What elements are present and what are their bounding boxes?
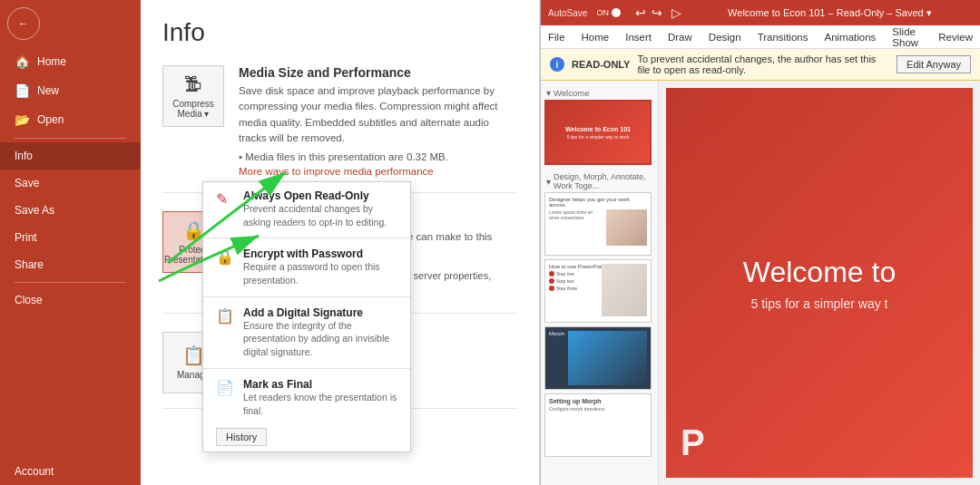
page-title: Info <box>162 18 517 47</box>
sidebar-item-share[interactable]: Share <box>0 251 141 278</box>
sidebar-item-new[interactable]: 📄 New <box>0 76 141 105</box>
sidebar-divider <box>15 138 126 139</box>
slide-3-container: 3 How to use PowerPoint Designer Step on… <box>544 259 654 323</box>
readonly-badge: READ-ONLY <box>572 59 630 70</box>
toggle-on-label: ON <box>596 8 609 17</box>
info-panel: ← 🏠 Home 📄 New 📂 Open Info Save Save As … <box>0 0 540 485</box>
ribbon-home[interactable]: Home <box>582 30 610 44</box>
back-button[interactable]: ← <box>7 7 40 40</box>
sidebar-item-info[interactable]: Info <box>0 142 141 170</box>
dropdown-divider-3 <box>203 368 410 369</box>
main-slide: Welcome to 5 tips for a simpler way t P <box>666 88 973 478</box>
sidebar-item-open[interactable]: 📂 Open <box>0 105 141 134</box>
media-card: 🗜 CompressMedia ▾ Media Size and Perform… <box>162 65 517 193</box>
main-slide-subtitle: 5 tips for a simpler way t <box>751 296 888 311</box>
compress-icon: 🗜 <box>184 74 202 95</box>
slide-1-content: Welcome to Econ 101 5 tips for a simpler… <box>546 102 650 163</box>
section-design: ▾ Design, Morph, Annotate, Work Toge... <box>544 169 654 192</box>
readonly-text: Always Open Read-Only Prevent accidental… <box>243 189 397 228</box>
ribbon-file[interactable]: File <box>548 30 565 44</box>
always-open-readonly-item[interactable]: ✎ Always Open Read-Only Prevent accident… <box>203 182 410 236</box>
slide-1-inner: Welcome to Econ 101 5 tips for a simpler… <box>546 102 650 163</box>
ribbon-transitions[interactable]: Transitions <box>758 30 808 44</box>
main-slide-title: Welcome to <box>743 256 896 289</box>
sidebar: ← 🏠 Home 📄 New 📂 Open Info Save Save As … <box>0 0 141 485</box>
signature-icon: 📋 <box>216 307 234 325</box>
sidebar-item-account[interactable]: Account <box>0 458 141 485</box>
media-card-text: Media Size and Performance Save disk spa… <box>239 65 517 178</box>
ribbon-slideshow[interactable]: Slide Show <box>892 24 922 50</box>
compress-media-button[interactable]: 🗜 CompressMedia ▾ <box>162 65 224 127</box>
slide-3-inner: How to use PowerPoint Designer Step one … <box>545 260 651 322</box>
edit-anyway-button[interactable]: Edit Anyway <box>897 55 971 73</box>
ribbon-draw[interactable]: Draw <box>668 30 692 44</box>
media-performance-link[interactable]: More ways to improve media performance <box>239 166 434 177</box>
slide-5-inner: Setting up Morph Configure morph transit… <box>545 394 651 456</box>
readonly-info-icon: i <box>550 57 564 72</box>
lock-icon: 🔒 <box>182 219 205 241</box>
slide-4-thumb[interactable]: Morph <box>544 326 652 390</box>
slide-4-content: Morph <box>545 327 651 389</box>
protect-dropdown: ✎ Always Open Read-Only Prevent accident… <box>202 181 411 452</box>
slide-5-container: 5 Setting up Morph Configure morph trans… <box>544 393 654 457</box>
sidebar-divider-2 <box>15 282 126 283</box>
main-slide-area: Welcome to 5 tips for a simpler way t P <box>659 81 980 485</box>
mark-as-final-item[interactable]: 📄 Mark as Final Let readers know the pre… <box>203 371 410 424</box>
open-icon: 📂 <box>15 112 30 127</box>
sidebar-item-print[interactable]: Print <box>0 224 141 251</box>
encrypt-password-item[interactable]: 🔒 Encrypt with Password Require a passwo… <box>203 240 410 294</box>
final-text: Mark as Final Let readers know the prese… <box>243 378 397 417</box>
final-icon: 📄 <box>216 379 234 396</box>
ribbon-animations[interactable]: Animations <box>824 30 876 44</box>
slide-5-content: Setting up Morph Configure morph transit… <box>545 394 651 456</box>
sidebar-item-close[interactable]: Close <box>0 286 141 314</box>
ribbon-design[interactable]: Design <box>709 30 741 44</box>
title-bar: AutoSave ON ↩ ↪ ▷ Welcome to Econ 101 – … <box>541 0 980 25</box>
powerpoint-logo: P <box>681 422 705 463</box>
window-title: Welcome to Econ 101 – Read-Only – Saved … <box>687 7 973 19</box>
readonly-bar: i READ-ONLY To prevent accidental change… <box>541 49 980 81</box>
ribbon: File Home Insert Draw Design Transitions… <box>541 25 980 49</box>
readonly-message: To prevent accidental changes, the autho… <box>637 53 889 75</box>
slide-1-container: 1 Welcome to Econ 101 5 tips for a simpl… <box>544 100 654 165</box>
signature-text: Add a Digital Signature Ensure the integ… <box>243 306 397 359</box>
slide-show-icon: ▷ <box>671 5 681 20</box>
back-icon: ← <box>18 17 29 30</box>
encrypt-text: Encrypt with Password Require a password… <box>243 247 397 286</box>
undo-button[interactable]: ↩ <box>635 5 646 20</box>
slide-2-content: Designer helps you get your work across … <box>545 193 651 255</box>
slide-2-inner: Designer helps you get your work across … <box>545 193 651 255</box>
home-icon: 🏠 <box>15 54 30 69</box>
dropdown-divider-1 <box>203 238 410 238</box>
readonly-icon: ✎ <box>216 190 234 208</box>
toggle-circle <box>612 8 621 17</box>
powerpoint-window: AutoSave ON ↩ ↪ ▷ Welcome to Econ 101 – … <box>540 0 980 485</box>
slide-1-thumb[interactable]: Welcome to Econ 101 5 tips for a simpler… <box>544 100 652 165</box>
dropdown-divider-2 <box>203 296 410 297</box>
redo-button[interactable]: ↪ <box>652 5 662 20</box>
digital-signature-item[interactable]: 📋 Add a Digital Signature Ensure the int… <box>203 299 410 366</box>
slide-5-thumb[interactable]: Setting up Morph Configure morph transit… <box>544 393 652 457</box>
slides-panel: ▾ Welcome 1 Welcome to Econ 101 5 tips f… <box>541 81 659 485</box>
media-card-title: Media Size and Performance <box>239 65 517 80</box>
slides-area: ▾ Welcome 1 Welcome to Econ 101 5 tips f… <box>541 81 980 485</box>
media-card-desc: Save disk space and improve playback per… <box>239 83 517 146</box>
slide-4-inner: Morph <box>545 327 651 389</box>
slide-2-thumb[interactable]: Designer helps you get your work across … <box>544 192 652 256</box>
autosave-label: AutoSave <box>548 8 587 18</box>
slide-3-content: How to use PowerPoint Designer Step one … <box>545 260 651 322</box>
slide-4-container: 4 Morph <box>544 326 654 390</box>
slide-3-thumb[interactable]: How to use PowerPoint Designer Step one … <box>544 259 652 323</box>
sidebar-item-save-as[interactable]: Save As <box>0 197 141 224</box>
autosave-toggle[interactable]: ON <box>593 7 624 18</box>
sidebar-item-home[interactable]: 🏠 Home <box>0 47 141 76</box>
ribbon-insert[interactable]: Insert <box>625 30 652 44</box>
new-icon: 📄 <box>15 83 30 98</box>
manage-icon: 📋 <box>182 344 205 366</box>
ribbon-review[interactable]: Review <box>938 30 973 44</box>
encrypt-icon: 🔒 <box>216 248 234 266</box>
media-size-info: • Media files in this presentation are 0… <box>239 150 517 165</box>
history-button[interactable]: History <box>216 428 267 446</box>
sidebar-item-save[interactable]: Save <box>0 170 141 197</box>
section-welcome: ▾ Welcome <box>544 84 654 100</box>
